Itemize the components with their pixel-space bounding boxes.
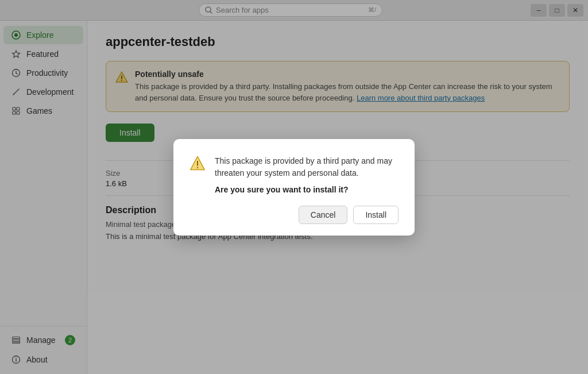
modal-actions: Cancel Install: [189, 206, 399, 224]
modal-text: This package is provided by a third part…: [215, 155, 399, 194]
modal-install-button[interactable]: Install: [353, 206, 399, 224]
modal-body: This package is provided by a third part…: [215, 155, 399, 179]
modal-cancel-button[interactable]: Cancel: [299, 206, 348, 224]
modal-overlay: This package is provided by a third part…: [0, 0, 588, 374]
modal-top: This package is provided by a third part…: [189, 155, 399, 194]
modal-confirm: Are you sure you want to install it?: [215, 185, 399, 194]
confirmation-modal: This package is provided by a third part…: [173, 139, 415, 236]
modal-warning-icon: [189, 155, 206, 173]
svg-point-25: [197, 167, 198, 168]
